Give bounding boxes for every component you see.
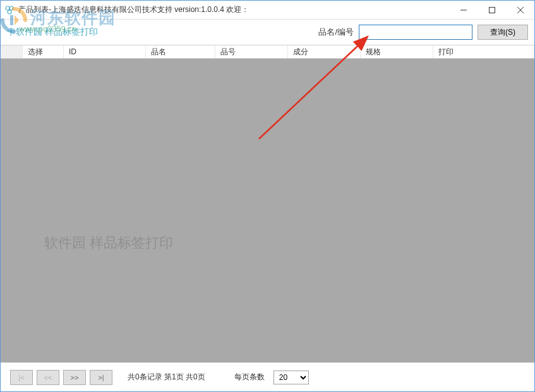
table-header-row: 选择 ID 品名 品号 成分 规格 打印 (1, 45, 534, 59)
svg-point-0 (6, 6, 9, 10)
maximize-button[interactable] (478, 1, 506, 19)
page-size-label: 每页条数 (234, 372, 265, 383)
app-icon (4, 5, 15, 15)
search-input[interactable] (359, 25, 472, 40)
svg-rect-4 (489, 7, 495, 13)
pagination-info: 共0条记录 第1页 共0页 (128, 372, 205, 383)
column-print[interactable]: 打印 (433, 45, 534, 58)
first-page-button[interactable]: |< (10, 370, 33, 385)
app-title-text: 卡软件园 样品标签打印 (7, 27, 98, 38)
column-code[interactable]: 品号 (215, 45, 288, 58)
row-header-corner (1, 45, 23, 58)
window-title: 产品列表-上海盛迭信息科技有限公司技术支持 version:1.0.0.4 欢迎… (18, 4, 449, 15)
minimize-button[interactable] (449, 1, 478, 19)
column-spec[interactable]: 规格 (361, 45, 433, 58)
pagination-bar: |< << >> >| 共0条记录 第1页 共0页 每页条数 20 (1, 362, 534, 391)
app-window: 产品列表-上海盛迭信息科技有限公司技术支持 version:1.0.0.4 欢迎… (0, 0, 535, 392)
svg-point-1 (9, 6, 13, 10)
page-size-select[interactable]: 20 (274, 371, 309, 384)
search-button[interactable]: 查询(S) (478, 25, 528, 40)
column-select[interactable]: 选择 (23, 45, 64, 58)
titlebar: 产品列表-上海盛迭信息科技有限公司技术支持 version:1.0.0.4 欢迎… (1, 1, 534, 20)
close-button[interactable] (506, 1, 534, 19)
column-ingredient[interactable]: 成分 (288, 45, 361, 58)
toolbar: 卡软件园 样品标签打印 品名/编号 查询(S) (1, 20, 534, 45)
search-area: 品名/编号 查询(S) (318, 25, 528, 40)
next-page-button[interactable]: >> (63, 370, 86, 385)
last-page-button[interactable]: >| (90, 370, 112, 385)
prev-page-button[interactable]: << (37, 370, 59, 385)
search-label: 品名/编号 (318, 27, 354, 38)
svg-point-2 (8, 10, 11, 14)
column-name[interactable]: 品名 (146, 45, 215, 58)
window-controls (449, 1, 534, 19)
table-body (1, 59, 534, 362)
column-id[interactable]: ID (64, 45, 146, 58)
